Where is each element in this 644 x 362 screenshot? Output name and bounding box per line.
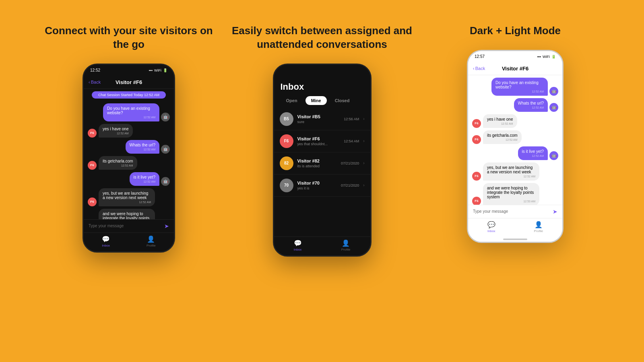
msg-in-time-1: 12:52 AM [103, 132, 129, 135]
f6-avatar-l3: F6 [472, 172, 481, 181]
phone-1: 12:52 ▪▪▪ WiFi 🔋 ‹ Back Visitor #F6 [83, 64, 175, 253]
msg-row-in-l4: F6 and we were hoping to integrate the l… [472, 183, 558, 205]
msg-row-in-l3: F6 yes, but we are launching a new versi… [472, 162, 558, 181]
nav-profile-2[interactable]: 👤 Profile [341, 239, 351, 251]
status-bar-3: 12:57 ▪▪▪ WiFi 🔋 [468, 51, 562, 62]
chevron-left-icon: ‹ [89, 80, 90, 84]
msg-in-4: and we were hoping to integrate the loya… [99, 209, 155, 219]
nav-inbox-1[interactable]: 💬 Inbox [102, 235, 110, 247]
msg-in-l2: its getcharla.com 12:52 AM [483, 130, 522, 144]
msg-row-out-l2: Whats the url? 12:52 AM 🤖 [472, 98, 558, 112]
conv-item-1[interactable]: B5 Visitor #B5 sure 12:56 AM › [274, 108, 370, 130]
f6-avatar-3: F6 [88, 197, 97, 206]
msg-in-time-l3: 12:52 AM [487, 175, 535, 178]
input-area-3: Type your message ➤ [468, 205, 562, 218]
conv-preview-3: its is attended [297, 164, 337, 168]
section-2: Easily switch between assigned and unatt… [229, 24, 415, 257]
msg-in-text-l3: yes, but we are launching a new version … [487, 165, 533, 174]
msg-row-out-l1: Do you have an existing website? 12:52 A… [472, 78, 558, 96]
msg-in-text-1: yes i have one [103, 127, 129, 131]
signal-icon-3: ▪▪▪ [537, 55, 541, 59]
msg-out-l3: is it live yet? 12:52 AM [518, 146, 548, 160]
status-time-3: 12:57 [475, 54, 485, 59]
inbox-header: Inbox Open Mine Closed [274, 76, 370, 108]
status-bar-1: 12:52 ▪▪▪ WiFi 🔋 [84, 65, 174, 76]
f6-avatar-l2: F6 [472, 135, 481, 144]
section-3-title: Dark + Light Mode [470, 24, 561, 38]
phone-2: Inbox Open Mine Closed B5 Visitor #B5 su… [273, 64, 372, 257]
msg-out-l2: Whats the url? 12:52 AM [514, 98, 548, 112]
conv-name-2: Visitor #F6 [297, 136, 340, 141]
f6-avatar-2: F6 [88, 161, 97, 170]
bot-avatar-l1: 🤖 [549, 87, 558, 96]
status-time-1: 12:52 [90, 68, 100, 72]
back-button-1[interactable]: ‹ Back [89, 80, 101, 84]
msg-in-l1: yes i have one 12:52 AM [483, 114, 517, 128]
conv-info-1: Visitor #B5 sure [297, 114, 340, 124]
wifi-icon: WiFi [154, 68, 161, 72]
conv-item-2[interactable]: F6 Visitor #F6 yes that shouldnt... 12:5… [274, 130, 370, 152]
conv-preview-2: yes that shouldnt... [297, 142, 340, 146]
battery-icon: 🔋 [163, 68, 167, 72]
msg-in-time-2: 12:52 AM [103, 164, 133, 167]
tab-closed[interactable]: Closed [329, 96, 355, 105]
input-placeholder-3[interactable]: Type your message [473, 209, 553, 214]
msg-row-in-4: F6 and we were hoping to integrate the l… [88, 209, 170, 219]
send-icon-3[interactable]: ➤ [553, 208, 557, 215]
input-placeholder-1[interactable]: Type your message [89, 224, 164, 228]
messages-area-3: Do you have an existing website? 12:52 A… [468, 75, 562, 205]
msg-in-text-l2: its getcharla.com [487, 133, 518, 138]
section-2-title: Easily switch between assigned and unatt… [229, 24, 415, 51]
conv-item-3[interactable]: 82 Visitor #82 its is attended 07/21/202… [274, 152, 370, 175]
msg-in-time-l4: 12:53 AM [487, 200, 535, 203]
main-container: Connect with your site visitors on the g… [0, 0, 644, 257]
msg-out-2: Whats the url? 12:52 AM [126, 140, 159, 154]
msg-time-l3: 12:52 AM [522, 154, 544, 157]
f6-avatar-1: F6 [88, 129, 97, 138]
nav-profile-label-2: Profile [341, 248, 351, 251]
msg-text-l3: is it live yet? [522, 149, 544, 154]
back-label-3: Back [475, 66, 485, 71]
signal-icon: ▪▪▪ [149, 68, 153, 72]
inbox-title: Inbox [281, 82, 364, 92]
bot-avatar-2: 🤖 [161, 145, 170, 154]
nav-profile-3[interactable]: 👤 Profile [534, 221, 543, 233]
msg-row-in-2: F6 its getcharla.com 12:52 AM [88, 156, 170, 170]
nav-inbox-label-3: Inbox [487, 229, 495, 233]
nav-inbox-3[interactable]: 💬 Inbox [487, 221, 495, 233]
nav-profile-1[interactable]: 👤 Profile [147, 235, 156, 247]
msg-in-time-l2: 12:52 AM [487, 138, 518, 141]
msg-in-text-4: and we were hoping to integrate the loya… [103, 212, 149, 219]
msg-out-l1: Do you have an existing website? 12:52 A… [491, 78, 548, 96]
msg-row-in-l2: F6 its getcharla.com 12:52 AM [472, 130, 558, 144]
send-icon-1[interactable]: ➤ [164, 223, 169, 229]
msg-in-time-3: 12:52 AM [103, 201, 151, 204]
msg-in-text-2: its getcharla.com [103, 159, 133, 163]
battery-icon-3: 🔋 [551, 55, 556, 59]
status-icons-3: ▪▪▪ WiFi 🔋 [537, 55, 556, 59]
tab-mine[interactable]: Mine [305, 96, 327, 105]
msg-in-2: its getcharla.com 12:52 AM [99, 156, 137, 170]
msg-time-1: 12:52 AM [107, 116, 155, 119]
tab-open[interactable]: Open [281, 96, 303, 105]
f6-avatar-l4: F6 [472, 197, 481, 205]
nav-inbox-2[interactable]: 💬 Inbox [294, 239, 302, 251]
bot-avatar-l3: 🤖 [549, 151, 558, 160]
nav-inbox-label-2: Inbox [294, 248, 302, 251]
profile-icon-3: 👤 [535, 221, 543, 228]
back-button-3[interactable]: ‹ Back [473, 66, 485, 71]
msg-row-out-3: is it live yet? 12:52 AM 🤖 [88, 172, 170, 186]
inbox-tabs: Open Mine Closed [281, 96, 364, 105]
chevron-right-icon-4: › [363, 183, 364, 187]
conv-avatar-4: 70 [280, 179, 293, 192]
msg-text-1: Do you have an existing website? [107, 106, 150, 115]
conv-avatar-1: B5 [280, 112, 293, 126]
status-icons-1: ▪▪▪ WiFi 🔋 [149, 68, 167, 72]
conv-name-1: Visitor #B5 [297, 114, 340, 119]
input-area-1: Type your message ➤ [84, 219, 174, 232]
conv-info-4: Visitor #70 yes it is [297, 181, 337, 190]
phone-3: 12:57 ▪▪▪ WiFi 🔋 ‹ Back Visitor #F6 [467, 50, 564, 243]
conv-item-4[interactable]: 70 Visitor #70 yes it is 07/21/2020 › [274, 175, 370, 197]
back-label-1: Back [91, 80, 101, 84]
msg-in-text-l4: and we were hoping to integrate the loya… [487, 186, 534, 199]
